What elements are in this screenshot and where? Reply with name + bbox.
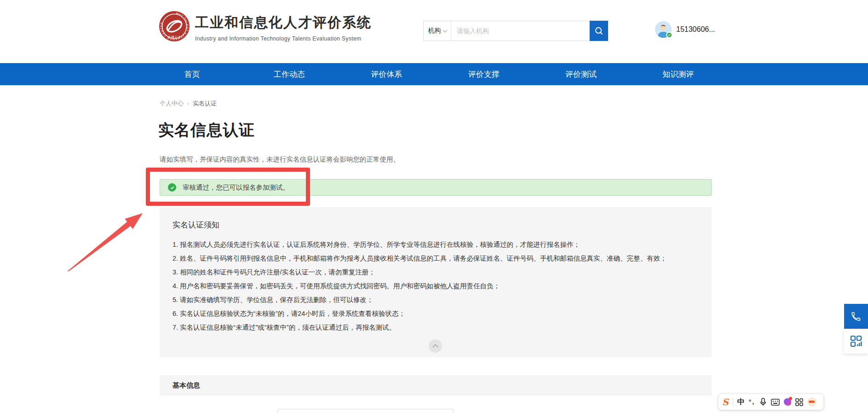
- search-button[interactable]: [590, 21, 608, 41]
- success-check-icon: [168, 183, 176, 192]
- contact-phone-button[interactable]: [844, 304, 868, 329]
- notice-list: 1. 报名测试人员必须先进行实名认证，认证后系统将对身份、学历学位、所学专业等信…: [172, 238, 667, 334]
- breadcrumb-personal-center[interactable]: 个人中心: [160, 99, 184, 108]
- nav-items: 首页 工作动态 评价体系 评价支撑 评价测试 知识测评: [144, 63, 727, 85]
- dashboard-apps-button[interactable]: [844, 329, 868, 354]
- page-title: 实名信息认证: [158, 120, 255, 141]
- avatar: [655, 21, 672, 38]
- search-icon: [594, 26, 604, 35]
- chevron-down-icon: [443, 28, 447, 32]
- ime-voice-button[interactable]: [759, 398, 767, 406]
- floating-sidebar: [844, 304, 868, 354]
- site-title: 工业和信息化人才评价系统: [195, 13, 372, 32]
- dashboard-icon: [850, 335, 862, 347]
- nav-item-evaluation-test[interactable]: 评价测试: [532, 63, 629, 85]
- chevron-up-icon: [432, 344, 438, 350]
- svg-text:工信人才: 工信人才: [168, 35, 181, 39]
- ime-divider: [733, 398, 733, 406]
- breadcrumb-separator-icon: ›: [187, 100, 189, 107]
- verified-badge-icon: [666, 32, 673, 38]
- nav-item-knowledge-test[interactable]: 知识测评: [630, 63, 727, 85]
- site-subtitle: Industry and Information Technology Tale…: [195, 35, 372, 42]
- search-group: 机构: [423, 21, 608, 41]
- user-phone-label: 15130606...: [676, 25, 715, 34]
- ime-toolbar: S 中 °，: [719, 394, 823, 410]
- main-navbar: 首页 工作动态 评价体系 评价支撑 评价测试 知识测评: [0, 63, 868, 85]
- ime-keyboard-button[interactable]: [771, 399, 780, 406]
- ime-emoji-button[interactable]: [807, 397, 816, 407]
- microphone-icon: [759, 398, 767, 406]
- page-subtitle: 请如实填写，并保证内容的真实性，未进行实名信息认证将会影响您的正常使用。: [160, 155, 400, 164]
- emoji-face-icon: [807, 397, 816, 407]
- search-frame: 机构: [423, 21, 590, 41]
- miit-logo-seal-icon: MIIT TALENT EXCHANGE CENTER 工信人才: [159, 11, 190, 42]
- notice-item: 4. 用户名和密码要妥善保管，如密码丢失，可使用系统提供方式找回密码。用户和密码…: [172, 279, 667, 293]
- notice-item: 1. 报名测试人员必须先进行实名认证，认证后系统将对身份、学历学位、所学专业等信…: [172, 238, 667, 251]
- nav-item-work-news[interactable]: 工作动态: [241, 63, 338, 85]
- ime-blob-icon: [784, 398, 791, 406]
- site-header: MIIT TALENT EXCHANGE CENTER 工信人才 工业和信息化人…: [0, 0, 868, 63]
- alert-message: 审核通过，您已可以报名参加测试。: [183, 183, 289, 192]
- notice-item: 7. 实名认证信息核验“未通过”或“核查中”的，须在认证通过后，再报名测试。: [172, 320, 667, 334]
- basic-info-section-header: 基本信息: [160, 375, 712, 395]
- nav-item-evaluation-support[interactable]: 评价支撑: [435, 63, 532, 85]
- notice-title: 实名认证须知: [172, 220, 219, 230]
- ime-toolbox-button[interactable]: [795, 398, 803, 406]
- notice-item: 2. 姓名、证件号码将引用到报名信息中，手机和邮箱将作为报考人员接收相关考试信息…: [172, 251, 667, 265]
- form-input-partial[interactable]: [277, 409, 454, 413]
- search-category-select[interactable]: 机构: [424, 21, 451, 41]
- search-input[interactable]: [451, 21, 589, 41]
- ime-logo-icon[interactable]: S: [722, 397, 729, 407]
- breadcrumb: 个人中心 › 实名认证: [160, 99, 217, 108]
- page: MIIT TALENT EXCHANGE CENTER 工信人才 工业和信息化人…: [0, 0, 868, 413]
- notice-item: 3. 相同的姓名和证件号码只允许注册/实名认证一次，请勿重复注册；: [172, 265, 667, 279]
- user-account[interactable]: 15130606...: [655, 21, 715, 38]
- ime-punctuation-button[interactable]: °，: [749, 398, 755, 406]
- breadcrumb-current: 实名认证: [193, 99, 217, 108]
- ime-language-mode-button[interactable]: 中: [737, 397, 745, 407]
- keyboard-icon: [771, 399, 780, 406]
- grid-toolbox-icon: [795, 398, 803, 406]
- brand-block: 工业和信息化人才评价系统 Industry and Information Te…: [195, 13, 372, 42]
- notice-item: 6. 实名认证信息核验状态为“未核验”的，请24小时后，登录系统查看核验状态；: [172, 307, 667, 320]
- approval-status-alert: 审核通过，您已可以报名参加测试。: [160, 179, 712, 196]
- collapse-notice-button[interactable]: [429, 339, 442, 353]
- annotation-arrow-icon: [60, 206, 152, 275]
- realname-notice-panel: 实名认证须知 1. 报名测试人员必须先进行实名认证，认证后系统将对身份、学历学位…: [160, 207, 712, 357]
- phone-icon: [851, 311, 862, 322]
- ime-skin-button[interactable]: [784, 398, 791, 406]
- notice-item: 5. 请如实准确填写学历、学位信息，保存后无法删除，但可以修改；: [172, 293, 667, 307]
- nav-item-evaluation-system[interactable]: 评价体系: [338, 63, 435, 85]
- search-category-label: 机构: [428, 27, 441, 35]
- nav-item-home[interactable]: 首页: [144, 63, 241, 85]
